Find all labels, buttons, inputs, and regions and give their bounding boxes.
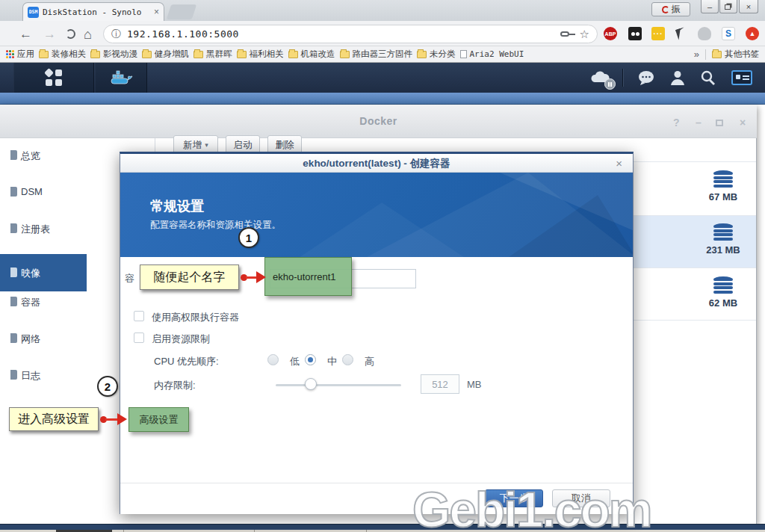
home-button[interactable]: ⌂ (84, 27, 92, 43)
bookmark-folder[interactable]: 机箱改造 (288, 49, 335, 60)
memory-slider-track[interactable] (276, 384, 401, 386)
cpu-high-radio[interactable] (342, 354, 353, 365)
high-privilege-checkbox[interactable] (134, 311, 144, 321)
docker-minimize-button[interactable]: – (696, 117, 701, 129)
dialog-banner: 常规设置 配置容器名称和资源相关设置。 (120, 173, 633, 257)
s-extension-icon[interactable]: S (722, 27, 735, 40)
name-value-highlight: ekho-utorrent1 (264, 257, 352, 296)
search-icon (699, 69, 716, 86)
dsm-search-button[interactable] (693, 63, 722, 93)
bookmark-star-icon[interactable]: ☆ (580, 28, 589, 41)
restore-icon (725, 4, 731, 10)
docker-window-title: Docker (0, 115, 757, 127)
window-restore-button[interactable] (719, 0, 737, 13)
back-button[interactable]: ← (19, 27, 32, 42)
resource-limit-label: 启用资源限制 (152, 332, 210, 346)
upload-extension-icon[interactable]: ▲ (746, 27, 759, 40)
cpu-medium-label: 中 (327, 355, 337, 368)
page-info-icon[interactable]: ⓘ (111, 28, 121, 41)
bookmark-label: Aria2 WebUI (470, 49, 524, 59)
other-bookmarks[interactable]: 其他书签 (712, 49, 759, 60)
image-icon (10, 267, 17, 277)
bookmark-folder[interactable]: 黑群晖 (193, 49, 232, 60)
window-close-button[interactable]: × (739, 0, 758, 13)
reload-button[interactable] (66, 29, 75, 39)
bookmark-apps[interactable]: 应用 (6, 49, 34, 60)
browser-tab[interactable]: DSM DiskStation - Synolo × (22, 2, 164, 21)
image-size-icon (713, 223, 733, 241)
memory-slider-handle[interactable] (305, 378, 317, 390)
cursor-extension-icon[interactable] (675, 27, 688, 40)
bookmark-label: 黑群晖 (206, 49, 232, 60)
docker-help-button[interactable]: ? (673, 117, 680, 129)
close-icon: × (746, 2, 751, 11)
memory-value-input[interactable]: 512 (421, 374, 459, 394)
sidebar-item-network[interactable]: 网络 (21, 332, 40, 346)
dialog-title: ekho/utorrent(latest) - 创建容器 (120, 157, 633, 170)
bookmarks-overflow-chevron[interactable]: » (694, 49, 699, 60)
folder-icon (288, 51, 298, 58)
start-button-label: 启动 (234, 139, 253, 152)
bookmark-label: 其他书签 (725, 49, 759, 60)
dsm-notifications-button[interactable] (632, 63, 660, 93)
url-text[interactable]: 192.168.1.100:5000 (127, 28, 560, 40)
bookmark-folder[interactable]: 影视动漫 (90, 49, 137, 60)
registry-icon (10, 223, 17, 233)
adblock-extension-icon[interactable]: ABP (604, 27, 617, 40)
dsm-pilot-view-button[interactable] (726, 63, 758, 93)
image-size-value: 67 MB (678, 191, 765, 202)
password-key-icon[interactable] (560, 31, 569, 37)
folder-icon (237, 51, 247, 58)
forward-button[interactable]: → (43, 27, 56, 42)
sidebar-item-log[interactable]: 日志 (21, 369, 40, 383)
memory-limit-label: 内存限制: (154, 379, 196, 392)
folder-icon (142, 51, 152, 58)
sidebar-item-container[interactable]: 容器 (21, 296, 40, 309)
new-tab-button[interactable] (167, 4, 196, 19)
network-icon (10, 333, 17, 343)
bookmark-page[interactable]: Aria2 WebUI (460, 49, 524, 59)
tab-title: DiskStation - Synolo (43, 7, 150, 17)
bookmark-folder[interactable]: 福利相关 (237, 49, 284, 60)
bookmark-folder[interactable]: 路由器三方固件 (340, 49, 413, 60)
cpu-medium-radio[interactable] (305, 354, 316, 365)
refresh-ring-icon (662, 6, 669, 13)
dsm-cloud-sync-button[interactable] (584, 63, 617, 93)
folder-icon (39, 51, 49, 58)
bookmark-folder[interactable]: 装修相关 (39, 49, 86, 60)
window-minimize-button[interactable]: – (701, 0, 719, 13)
dsm-docker-app-button[interactable] (95, 63, 147, 93)
annotation-step-2: 2 (97, 376, 118, 397)
delete-button-label: 删除 (276, 139, 294, 152)
page-icon (460, 50, 467, 58)
annotation-note-advanced: 进入高级设置 (9, 407, 99, 431)
sidebar-item-overview[interactable]: 总览 (21, 149, 40, 163)
dialog-close-icon[interactable]: × (616, 157, 622, 170)
dsm-desktop (0, 93, 765, 105)
resource-limit-checkbox[interactable] (134, 332, 144, 343)
advanced-settings-button[interactable]: 高级设置 (128, 407, 189, 432)
titlebar-extension-button[interactable]: 振 (651, 2, 690, 16)
url-bar[interactable]: ⓘ 192.168.1.100:5000 ☆ (103, 25, 598, 43)
watermark: Gebi1.com (412, 481, 765, 532)
folder-icon (193, 51, 203, 58)
docker-close-button[interactable]: × (740, 117, 746, 129)
parachute-extension-icon[interactable] (698, 27, 711, 40)
bookmark-folder[interactable]: 健身增肌 (142, 49, 189, 60)
sidebar-item-dsm[interactable]: DSM (21, 186, 43, 197)
dsm-main-menu-button[interactable] (13, 63, 94, 93)
binoculars-extension-icon[interactable] (628, 27, 642, 40)
dsm-user-button[interactable] (663, 63, 692, 93)
cpu-low-radio[interactable] (267, 354, 279, 365)
docker-maximize-button[interactable] (716, 120, 723, 126)
tab-close-icon[interactable]: × (154, 7, 159, 16)
bookmark-folder[interactable]: 未分类 (417, 49, 456, 60)
sidebar-item-registry[interactable]: 注册表 (21, 223, 50, 236)
overview-icon (10, 150, 17, 160)
bookmarks-divider (705, 49, 706, 60)
bookmark-label: 健身增肌 (155, 49, 189, 60)
dots-extension-icon[interactable]: ··· (651, 27, 665, 40)
sidebar-item-image[interactable]: 映像 (21, 267, 40, 280)
extension-badge-label: 振 (672, 3, 681, 16)
screen: DSM DiskStation - Synolo × 振 – × ← → ⌂ ⓘ… (0, 0, 765, 532)
